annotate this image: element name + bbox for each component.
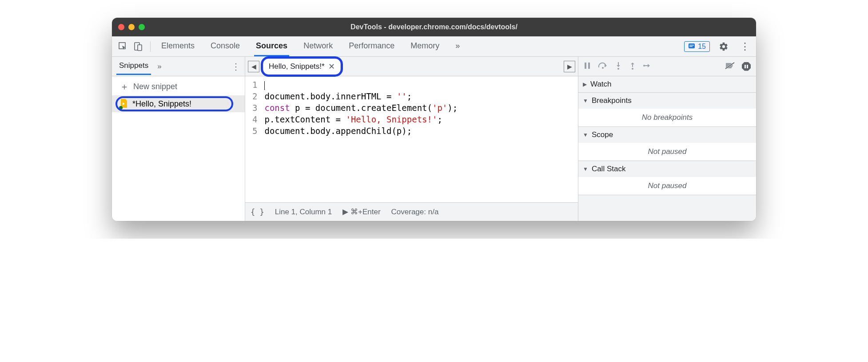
- chevron-down-icon: ▼: [583, 166, 588, 172]
- section-title: Watch: [590, 80, 612, 89]
- window-title: DevTools - developer.chrome.com/docs/dev…: [112, 23, 756, 31]
- kebab-menu-icon[interactable]: ⋮: [737, 39, 753, 54]
- chevron-down-icon: ▼: [583, 132, 588, 138]
- snippet-file-icon: [120, 99, 128, 109]
- svg-rect-2: [138, 45, 142, 51]
- cursor-position: Line 1, Column 1: [275, 208, 332, 216]
- navigator-sidebar: Snippets » ⋮ ＋ New snippet *Hello, Snipp…: [112, 57, 245, 221]
- tab-snippets[interactable]: Snippets: [116, 58, 151, 75]
- svg-point-9: [617, 68, 619, 70]
- traffic-lights: [118, 24, 145, 30]
- tab-sources[interactable]: Sources: [254, 37, 289, 56]
- chevron-down-icon: ▼: [583, 98, 588, 104]
- svg-rect-3: [689, 43, 695, 48]
- snippet-item-label: *Hello, Snippets!: [132, 99, 191, 109]
- scope-section: ▼ Scope Not paused: [578, 127, 756, 161]
- pause-icon[interactable]: [584, 62, 591, 71]
- editor-statusbar: { } Line 1, Column 1 ▶ ⌘+Enter Coverage:…: [245, 202, 578, 221]
- callstack-section: ▼ Call Stack Not paused: [578, 161, 756, 195]
- section-title: Breakpoints: [592, 96, 632, 105]
- navigator-menu-icon[interactable]: ⋮: [231, 61, 240, 72]
- nav-next-icon[interactable]: ▶: [564, 61, 575, 72]
- navigator-overflow[interactable]: »: [157, 62, 161, 71]
- devtools-window: DevTools - developer.chrome.com/docs/dev…: [112, 18, 756, 221]
- file-tab[interactable]: Hello, Snippets!* ✕: [263, 59, 341, 75]
- run-snippet-button[interactable]: ▶ ⌘+Enter: [342, 207, 380, 216]
- svg-rect-7: [588, 63, 590, 69]
- issues-button[interactable]: 15: [684, 41, 710, 52]
- tab-console[interactable]: Console: [209, 37, 242, 56]
- coverage-status: Coverage: n/a: [391, 208, 439, 216]
- separator: [150, 41, 151, 52]
- code-line: [264, 79, 458, 90]
- code-line: document.body.appendChild(p);: [264, 125, 458, 137]
- svg-point-8: [602, 67, 604, 69]
- issues-count: 15: [698, 43, 706, 51]
- svg-rect-14: [745, 65, 746, 68]
- scope-body: Not paused: [578, 143, 756, 161]
- svg-point-10: [632, 68, 633, 70]
- code-editor[interactable]: 12345 document.body.innerHTML = ''; cons…: [245, 76, 578, 202]
- minimize-window-button[interactable]: [128, 24, 135, 30]
- code-line: const p = document.createElement('p');: [264, 102, 458, 114]
- step-out-icon[interactable]: [629, 62, 636, 71]
- step-into-icon[interactable]: [615, 62, 622, 71]
- inspect-element-icon[interactable]: [115, 39, 131, 54]
- main-area: Snippets » ⋮ ＋ New snippet *Hello, Snipp…: [112, 57, 756, 221]
- scope-header[interactable]: ▼ Scope: [578, 127, 756, 143]
- debugger-column: ▶ Watch ▼ Breakpoints No breakpoints ▼ S…: [578, 57, 756, 221]
- navigator-tabs: Snippets » ⋮: [112, 57, 245, 76]
- tab-elements[interactable]: Elements: [159, 37, 196, 56]
- svg-rect-15: [747, 65, 748, 68]
- chevron-right-icon: ▶: [583, 81, 587, 87]
- debugger-toolbar: [578, 57, 756, 76]
- unsaved-dot-icon: [119, 106, 123, 110]
- titlebar: DevTools - developer.chrome.com/docs/dev…: [112, 18, 756, 36]
- panel-tabs: Elements Console Sources Network Perform…: [159, 37, 462, 56]
- code-line: p.textContent = 'Hello, Snippets!';: [264, 114, 458, 125]
- code-lines: document.body.innerHTML = ''; const p = …: [262, 76, 462, 202]
- device-toolbar-icon[interactable]: [131, 39, 146, 54]
- pause-on-exceptions-icon[interactable]: [742, 62, 751, 71]
- tab-performance[interactable]: Performance: [347, 37, 396, 56]
- section-title: Call Stack: [592, 165, 626, 173]
- breakpoints-header[interactable]: ▼ Breakpoints: [578, 93, 756, 109]
- svg-rect-6: [585, 63, 586, 69]
- svg-rect-5: [689, 46, 693, 47]
- callstack-body: Not paused: [578, 177, 756, 195]
- watch-section: ▶ Watch: [578, 76, 756, 93]
- close-tab-icon[interactable]: ✕: [328, 62, 335, 71]
- tab-network[interactable]: Network: [302, 37, 334, 56]
- breakpoints-section: ▼ Breakpoints No breakpoints: [578, 93, 756, 127]
- breakpoints-body: No breakpoints: [578, 109, 756, 126]
- step-over-icon[interactable]: [598, 62, 608, 71]
- callstack-header[interactable]: ▼ Call Stack: [578, 161, 756, 177]
- pretty-print-icon[interactable]: { }: [251, 208, 264, 216]
- svg-point-11: [643, 65, 645, 67]
- zoom-window-button[interactable]: [139, 24, 145, 30]
- plus-icon: ＋: [120, 81, 129, 93]
- new-snippet-label: New snippet: [133, 82, 177, 91]
- new-snippet-button[interactable]: ＋ New snippet: [112, 78, 245, 95]
- line-gutter: 12345: [245, 76, 262, 202]
- snippet-item[interactable]: *Hello, Snippets!: [112, 95, 245, 112]
- nav-prev-icon[interactable]: ◀: [248, 61, 259, 72]
- tab-overflow[interactable]: »: [454, 37, 462, 56]
- close-window-button[interactable]: [118, 24, 124, 30]
- editor-tabbar: ◀ Hello, Snippets!* ✕ ▶: [245, 57, 578, 76]
- settings-icon[interactable]: [716, 39, 731, 54]
- code-line: document.body.innerHTML = '';: [264, 90, 458, 102]
- editor-column: ◀ Hello, Snippets!* ✕ ▶ 12345 document.b…: [245, 57, 578, 221]
- section-title: Scope: [592, 130, 613, 139]
- watch-header[interactable]: ▶ Watch: [578, 76, 756, 92]
- tab-memory[interactable]: Memory: [409, 37, 441, 56]
- main-toolbar: Elements Console Sources Network Perform…: [112, 36, 756, 57]
- deactivate-breakpoints-icon[interactable]: [725, 62, 735, 71]
- file-tab-label: Hello, Snippets!*: [269, 62, 325, 71]
- step-icon[interactable]: [643, 62, 652, 71]
- svg-rect-4: [689, 45, 694, 46]
